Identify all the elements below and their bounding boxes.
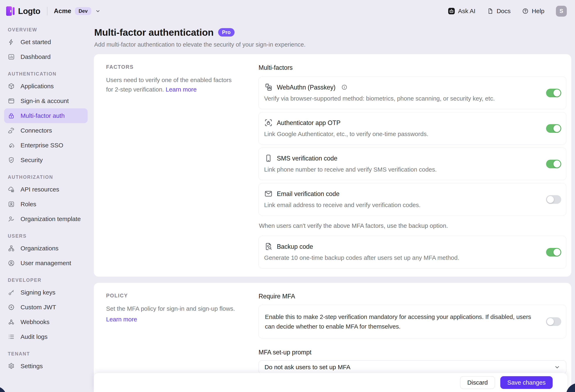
sidebar-item-sign-in-account[interactable]: Sign-in & account xyxy=(4,94,88,108)
browser-icon xyxy=(8,98,15,104)
cube-icon xyxy=(8,83,15,90)
main-content: Multi-factor authentication Pro Add mult… xyxy=(92,22,575,392)
zap-icon xyxy=(8,39,15,46)
discard-button[interactable]: Discard xyxy=(460,376,495,389)
sidebar-item-dashboard[interactable]: Dashboard xyxy=(4,49,88,64)
factors-card: FACTORS Users need to verify one of the … xyxy=(94,54,571,277)
help-label: Help xyxy=(532,8,544,15)
sidebar-item-label: Settings xyxy=(21,363,43,370)
topbar-divider xyxy=(47,7,48,15)
sidebar-item-signing-keys[interactable]: Signing keys xyxy=(4,285,88,300)
org-tree-icon xyxy=(8,245,15,252)
sidebar-section-header-tenant: TENANT xyxy=(8,351,88,357)
toggle-email-verification-code[interactable] xyxy=(546,195,561,204)
list-icon xyxy=(8,333,15,340)
toggle-webauthn-passkey[interactable] xyxy=(546,89,561,97)
factor-list: WebAuthn (Passkey)Verify via browser-sup… xyxy=(259,76,566,216)
clouds-icon xyxy=(8,127,15,134)
logto-logo-icon xyxy=(6,6,15,16)
sidebar-section-header-users: USERS xyxy=(8,233,88,239)
sidebar-item-enterprise-sso[interactable]: Enterprise SSO xyxy=(4,138,88,153)
sidebar-item-applications[interactable]: Applications xyxy=(4,79,88,94)
factor-description: Verify via browser-supported method: bio… xyxy=(264,95,540,102)
require-mfa-desc: Enable this to make 2-step verification … xyxy=(265,312,535,331)
cloud-box-icon xyxy=(8,186,15,193)
toggle-knob xyxy=(547,196,554,203)
sidebar-item-organization-template[interactable]: Organization template xyxy=(4,212,88,226)
sidebar-item-connectors[interactable]: Connectors xyxy=(4,123,88,138)
shield-check-icon xyxy=(8,157,15,164)
backup-row-holder: Backup codeGenerate 10 one-time backup c… xyxy=(259,236,566,269)
cloud-key-icon xyxy=(8,142,15,149)
factor-name: Backup code xyxy=(277,243,313,250)
ask-ai-robot-icon xyxy=(448,8,455,15)
ask-ai-label: Ask AI xyxy=(458,8,476,15)
toggle-authenticator-app-otp[interactable] xyxy=(546,124,561,133)
sidebar-item-multi-factor-auth[interactable]: Multi-factor auth xyxy=(4,108,88,123)
info-icon[interactable] xyxy=(341,84,347,90)
sidebar-item-custom-jwt[interactable]: Custom JWT xyxy=(4,300,88,315)
toggle-backup-code[interactable] xyxy=(546,248,561,257)
sidebar-item-roles[interactable]: Roles xyxy=(4,197,88,212)
sidebar-item-label: Webhooks xyxy=(21,318,49,325)
otp-icon xyxy=(264,119,273,127)
docs-button[interactable]: Docs xyxy=(487,8,511,15)
factors-learn-more-link[interactable]: Learn more xyxy=(166,86,197,93)
toggle-knob xyxy=(553,90,560,97)
mfa-setup-prompt-select[interactable]: Do not ask users to set up MFA xyxy=(259,360,566,374)
unsaved-changes-bar: Discard Save changes xyxy=(94,373,567,392)
policy-section-desc: Set the MFA policy for sign-in and sign-… xyxy=(106,304,239,324)
sidebar-item-user-management[interactable]: User management xyxy=(4,256,88,270)
mfa-setup-prompt-label: MFA set-up prompt xyxy=(259,349,566,356)
sidebar-item-organizations[interactable]: Organizations xyxy=(4,241,88,256)
factors-section-desc: Users need to verify one of the enabled … xyxy=(106,75,239,94)
factor-name: WebAuthn (Passkey) xyxy=(277,84,335,91)
factor-row-sms-verification-code: SMS verification codeLink phone number t… xyxy=(259,147,566,180)
mfa-setup-prompt-value: Do not ask users to set up MFA xyxy=(264,364,351,371)
sidebar-item-api-resources[interactable]: API resources xyxy=(4,182,88,197)
toggle-sms-verification-code[interactable] xyxy=(546,160,561,168)
gear-icon xyxy=(8,363,15,370)
sidebar-item-webhooks[interactable]: Webhooks xyxy=(4,315,88,329)
webhook-icon xyxy=(8,318,15,325)
ask-ai-button[interactable]: Ask AI xyxy=(448,8,476,15)
factor-name: Email verification code xyxy=(277,190,339,197)
policy-learn-more-link[interactable]: Learn more xyxy=(106,315,239,324)
sidebar-item-label: Connectors xyxy=(21,127,52,134)
help-button[interactable]: Help xyxy=(522,8,544,15)
avatar[interactable]: S xyxy=(556,6,567,17)
sidebar-item-label: Applications xyxy=(21,83,54,90)
sidebar: OVERVIEWGet startedDashboardAUTHENTICATI… xyxy=(0,22,92,392)
toggle-knob xyxy=(553,125,560,132)
save-changes-button[interactable]: Save changes xyxy=(500,376,553,389)
sidebar-item-get-started[interactable]: Get started xyxy=(4,35,88,49)
sidebar-item-settings[interactable]: Settings xyxy=(4,359,88,373)
person-check-icon xyxy=(8,216,15,222)
multifactors-title: Multi-factors xyxy=(259,64,566,71)
sidebar-item-label: Signing keys xyxy=(21,289,55,296)
factor-description: Link Google Authenticator, etc., to veri… xyxy=(264,130,540,138)
require-mfa-label: Require MFA xyxy=(259,293,566,300)
lock-icon xyxy=(8,112,15,119)
email-icon xyxy=(264,189,273,198)
policy-section-desc-text: Set the MFA policy for sign-in and sign-… xyxy=(106,305,235,312)
env-badge: Dev xyxy=(75,7,91,15)
factor-description: Link phone number to receive and verify … xyxy=(264,166,540,173)
factor-description: Generate 10 one-time backup codes after … xyxy=(264,254,540,261)
factor-name: SMS verification code xyxy=(277,155,337,162)
sidebar-section-header-developer: DEVELOPER xyxy=(8,277,88,283)
sidebar-item-audit-logs[interactable]: Audit logs xyxy=(4,329,88,344)
pro-badge: Pro xyxy=(218,28,235,37)
sidebar-item-security[interactable]: Security xyxy=(4,153,88,168)
page-head: Multi-factor authentication Pro Add mult… xyxy=(94,27,571,48)
brand: Logto xyxy=(6,6,40,16)
sidebar-item-label: Organizations xyxy=(21,245,58,252)
sidebar-section-header-authentication: AUTHENTICATION xyxy=(8,71,88,77)
sidebar-item-label: Multi-factor auth xyxy=(21,112,65,119)
require-mfa-toggle[interactable] xyxy=(546,317,561,326)
tenant-switcher[interactable]: Acme Dev xyxy=(54,7,101,15)
help-question-icon xyxy=(522,8,529,14)
chevron-down-icon xyxy=(554,364,560,370)
backup-note: When users can't verify the above MFA fa… xyxy=(259,222,566,229)
sidebar-item-label: Roles xyxy=(21,201,36,208)
